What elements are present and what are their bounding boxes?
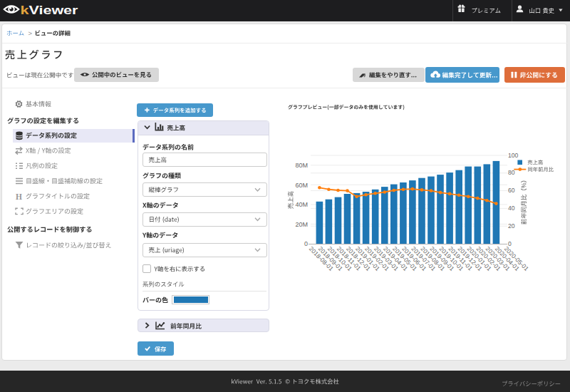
svg-text:60M: 60M: [295, 182, 308, 189]
svg-text:20: 20: [508, 222, 515, 229]
svg-text:60: 60: [508, 187, 515, 194]
svg-text:100: 100: [508, 152, 519, 159]
svg-text:>: >: [28, 29, 33, 37]
svg-text:80: 80: [508, 169, 515, 176]
svg-text:80M: 80M: [295, 162, 308, 169]
svg-text:H: H: [16, 192, 22, 201]
svg-text:kViewer: kViewer: [21, 4, 79, 17]
svg-text:0: 0: [304, 240, 308, 247]
svg-text:40M: 40M: [295, 201, 308, 208]
svg-text:40: 40: [508, 205, 515, 212]
svg-text:20M: 20M: [295, 221, 308, 228]
